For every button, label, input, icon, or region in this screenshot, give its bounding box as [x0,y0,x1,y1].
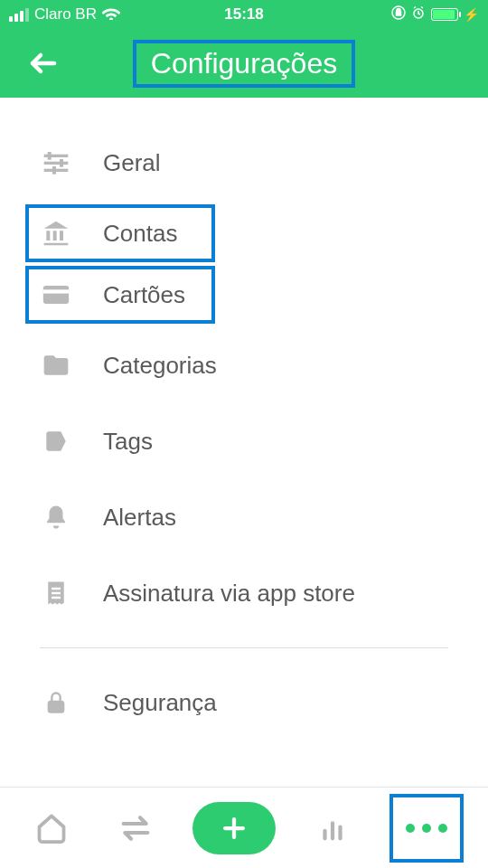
svg-rect-10 [43,289,69,293]
menu-label: Cartões [103,281,185,309]
menu-label: Geral [103,149,161,177]
nav-transactions[interactable] [108,801,163,855]
menu-item-general[interactable]: Geral [0,125,488,201]
card-icon [40,278,72,311]
tag-icon [40,425,72,458]
nav-add-button[interactable] [192,802,276,854]
signal-icon [9,8,29,22]
settings-menu: Geral Contas Cartões Categorias Tags Ale… [0,98,488,741]
bottom-nav [0,787,488,868]
menu-label: Contas [103,220,177,248]
back-button[interactable] [27,47,60,80]
carrier-label: Claro BR [34,5,97,24]
status-right: ⚡ [391,5,479,24]
battery-icon [431,8,458,21]
sliders-icon [40,146,72,179]
svg-rect-6 [48,152,52,160]
menu-item-accounts[interactable]: Contas [25,204,215,262]
charging-icon: ⚡ [464,7,479,22]
lock-icon [40,686,72,719]
nav-more[interactable] [389,794,464,863]
page-title: Configurações [133,40,355,88]
menu-label: Segurança [103,689,217,717]
svg-rect-8 [52,166,56,175]
bell-icon [40,501,72,533]
receipt-icon [40,577,72,609]
svg-rect-9 [43,286,69,304]
more-icon [406,824,447,833]
menu-label: Categorias [103,352,217,380]
menu-label: Tags [103,428,153,456]
menu-item-subscription[interactable]: Assinatura via app store [0,555,488,631]
nav-home[interactable] [24,801,79,855]
app-header: Configurações [0,29,488,98]
menu-label: Assinatura via app store [103,580,355,608]
status-time: 15:18 [224,5,263,24]
menu-item-alerts[interactable]: Alertas [0,479,488,555]
menu-item-cards[interactable]: Cartões [25,266,215,324]
menu-label: Alertas [103,504,176,532]
nav-reports[interactable] [305,801,360,855]
bank-icon [40,217,72,250]
menu-item-categories[interactable]: Categorias [0,327,488,403]
wifi-icon [102,5,120,24]
status-left: Claro BR [9,5,120,24]
menu-item-security[interactable]: Segurança [0,665,488,741]
orientation-lock-icon [391,5,406,24]
menu-item-tags[interactable]: Tags [0,403,488,479]
alarm-icon [411,5,426,24]
divider [40,647,448,648]
status-bar: Claro BR 15:18 ⚡ [0,0,488,29]
svg-rect-4 [44,162,69,165]
folder-icon [40,349,72,382]
svg-rect-7 [60,159,63,167]
